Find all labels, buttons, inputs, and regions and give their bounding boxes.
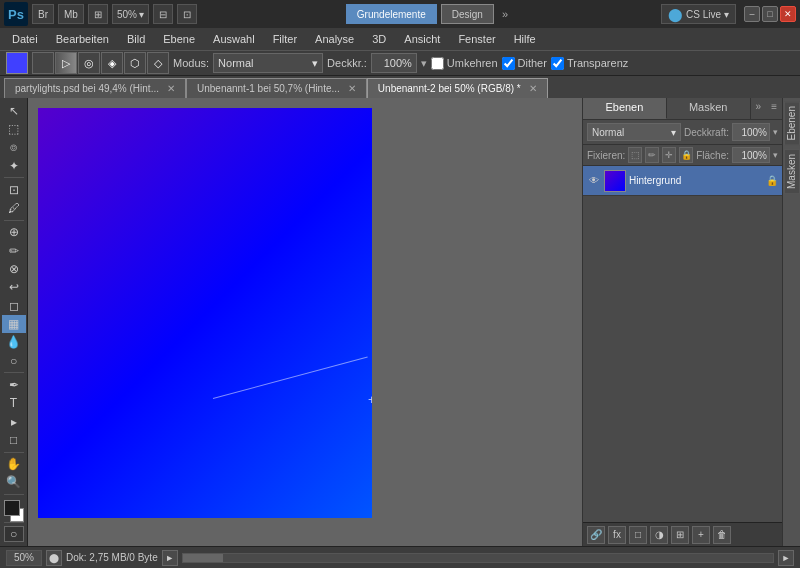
doc-tab-close-partylights[interactable]: ✕ bbox=[167, 83, 175, 94]
menu-fenster[interactable]: Fenster bbox=[450, 31, 503, 47]
menu-filter[interactable]: Filter bbox=[265, 31, 305, 47]
add-layer-btn[interactable]: + bbox=[692, 526, 710, 544]
brush-tool[interactable]: ✏ bbox=[2, 242, 26, 259]
add-mask-btn[interactable]: □ bbox=[629, 526, 647, 544]
minimize-btn[interactable]: – bbox=[744, 6, 760, 22]
umkehren-checkbox-group[interactable]: Umkehren bbox=[431, 57, 498, 70]
tab-masken[interactable]: Masken bbox=[667, 98, 751, 119]
foreground-color[interactable] bbox=[6, 52, 28, 74]
panel-menu-icon[interactable]: ≡ bbox=[766, 98, 782, 119]
arrange-btn[interactable]: ⊞ bbox=[88, 4, 108, 24]
bridge-btn[interactable]: Br bbox=[32, 4, 54, 24]
shape-tool[interactable]: □ bbox=[2, 431, 26, 448]
path-selection-tool[interactable]: ▸ bbox=[2, 413, 26, 430]
tab-expand[interactable]: » bbox=[498, 6, 512, 22]
modus-dropdown[interactable]: Normal ▾ bbox=[213, 53, 323, 73]
layer-fill-input[interactable] bbox=[732, 147, 770, 163]
clone-stamp-tool[interactable]: ⊗ bbox=[2, 260, 26, 277]
view-selector[interactable]: ⊟ bbox=[153, 4, 173, 24]
menu-datei[interactable]: Datei bbox=[4, 31, 46, 47]
layer-blend-dropdown[interactable]: Normal ▾ bbox=[587, 123, 681, 141]
fill-arrow[interactable]: ▾ bbox=[773, 150, 778, 160]
tab-design[interactable]: Design bbox=[441, 4, 494, 24]
add-group-btn[interactable]: ⊞ bbox=[671, 526, 689, 544]
menu-analyse[interactable]: Analyse bbox=[307, 31, 362, 47]
magic-wand-tool[interactable]: ✦ bbox=[2, 157, 26, 174]
dither-checkbox-group[interactable]: Dither bbox=[502, 57, 547, 70]
layer-item-hintergrund[interactable]: 👁 Hintergrund 🔒 bbox=[583, 166, 782, 196]
doc-tab-unbenannt1[interactable]: Unbenannt-1 bei 50,7% (Hinte... ✕ bbox=[186, 78, 367, 98]
panel-expand-icon[interactable]: » bbox=[751, 98, 767, 119]
canvas-document[interactable]: + bbox=[38, 108, 372, 518]
pen-tool[interactable]: ✒ bbox=[2, 376, 26, 393]
horizontal-scrollthumb[interactable] bbox=[183, 554, 223, 562]
doc-tab-unbenannt2[interactable]: Unbenannt-2 bei 50% (RGB/8) * ✕ bbox=[367, 78, 548, 98]
deckkraft-input[interactable] bbox=[371, 53, 417, 73]
lasso-tool[interactable]: ⌾ bbox=[2, 139, 26, 156]
dodge-tool[interactable]: ○ bbox=[2, 352, 26, 369]
eyedropper-tool[interactable]: 🖊 bbox=[2, 200, 26, 217]
hand-tool[interactable]: ✋ bbox=[2, 455, 26, 472]
scroll-right-btn[interactable]: ► bbox=[778, 550, 794, 566]
foreground-color-swatch[interactable] bbox=[4, 500, 20, 516]
select-tool[interactable]: ⬚ bbox=[2, 120, 26, 137]
transparenz-checkbox-group[interactable]: Transparenz bbox=[551, 57, 628, 70]
eraser-tool[interactable]: ◻ bbox=[2, 297, 26, 314]
spot-heal-tool[interactable]: ⊕ bbox=[2, 224, 26, 241]
menu-bearbeiten[interactable]: Bearbeiten bbox=[48, 31, 117, 47]
fx-btn[interactable]: fx bbox=[608, 526, 626, 544]
move-tool[interactable]: ↖ bbox=[2, 102, 26, 119]
far-right-ebenen[interactable]: Ebenen bbox=[784, 101, 800, 145]
status-expand-btn[interactable]: ⬤ bbox=[46, 550, 62, 566]
minibr-btn[interactable]: Mb bbox=[58, 4, 84, 24]
tab-grundelemente[interactable]: Grundelemente bbox=[346, 4, 437, 24]
history-tool[interactable]: ↩ bbox=[2, 279, 26, 296]
text-tool[interactable]: T bbox=[2, 395, 26, 412]
lock-image-btn[interactable]: ✏ bbox=[645, 147, 659, 163]
close-btn[interactable]: ✕ bbox=[780, 6, 796, 22]
swatch-linear[interactable]: ▷ bbox=[55, 52, 77, 74]
transparenz-checkbox[interactable] bbox=[551, 57, 564, 70]
zoom-input[interactable] bbox=[6, 550, 42, 566]
extra-btn[interactable]: ⊡ bbox=[177, 4, 197, 24]
layer-deckkraft-input[interactable] bbox=[732, 123, 770, 141]
deckkraft-arrow[interactable]: ▾ bbox=[773, 127, 778, 137]
cs-live-btn[interactable]: ⬤ CS Live ▾ bbox=[661, 4, 736, 24]
add-adjustment-btn[interactable]: ◑ bbox=[650, 526, 668, 544]
doc-tab-partylights[interactable]: partylights.psd bei 49,4% (Hint... ✕ bbox=[4, 78, 186, 98]
swatch-solid[interactable] bbox=[32, 52, 54, 74]
swatch-diamond[interactable]: ◇ bbox=[147, 52, 169, 74]
menu-3d[interactable]: 3D bbox=[364, 31, 394, 47]
swatch-radial[interactable]: ◎ bbox=[78, 52, 100, 74]
doc-tab-close-unbenannt2[interactable]: ✕ bbox=[529, 83, 537, 94]
menu-bild[interactable]: Bild bbox=[119, 31, 153, 47]
menu-auswahl[interactable]: Auswahl bbox=[205, 31, 263, 47]
blur-tool[interactable]: 💧 bbox=[2, 334, 26, 351]
umkehren-checkbox[interactable] bbox=[431, 57, 444, 70]
menu-hilfe[interactable]: Hilfe bbox=[506, 31, 544, 47]
swatch-angle[interactable]: ◈ bbox=[101, 52, 123, 74]
doc-tab-close-unbenannt1[interactable]: ✕ bbox=[348, 83, 356, 94]
dither-checkbox[interactable] bbox=[502, 57, 515, 70]
lock-position-btn[interactable]: ✛ bbox=[662, 147, 676, 163]
horizontal-scrollbar[interactable] bbox=[182, 553, 774, 563]
menu-ebene[interactable]: Ebene bbox=[155, 31, 203, 47]
deckkraft-arrow[interactable]: ▾ bbox=[421, 57, 427, 70]
mask-mode-btn[interactable]: ○ bbox=[4, 526, 24, 542]
swatch-reflected[interactable]: ⬡ bbox=[124, 52, 146, 74]
zoom-tool[interactable]: 🔍 bbox=[2, 474, 26, 491]
far-right-masken[interactable]: Masken bbox=[784, 149, 800, 194]
gradient-tool[interactable]: ▦ bbox=[2, 315, 26, 332]
link-layers-btn[interactable]: 🔗 bbox=[587, 526, 605, 544]
crop-tool[interactable]: ⊡ bbox=[2, 181, 26, 198]
zoom-selector[interactable]: 50% ▾ bbox=[112, 4, 149, 24]
delete-layer-btn[interactable]: 🗑 bbox=[713, 526, 731, 544]
menu-ansicht[interactable]: Ansicht bbox=[396, 31, 448, 47]
layer-visibility-eye[interactable]: 👁 bbox=[587, 174, 601, 188]
modus-label: Modus: bbox=[173, 57, 209, 69]
maximize-btn[interactable]: □ bbox=[762, 6, 778, 22]
status-arrow-btn[interactable]: ► bbox=[162, 550, 178, 566]
tab-ebenen[interactable]: Ebenen bbox=[583, 98, 667, 119]
lock-all-btn[interactable]: 🔒 bbox=[679, 147, 693, 163]
lock-transparent-btn[interactable]: ⬚ bbox=[628, 147, 642, 163]
